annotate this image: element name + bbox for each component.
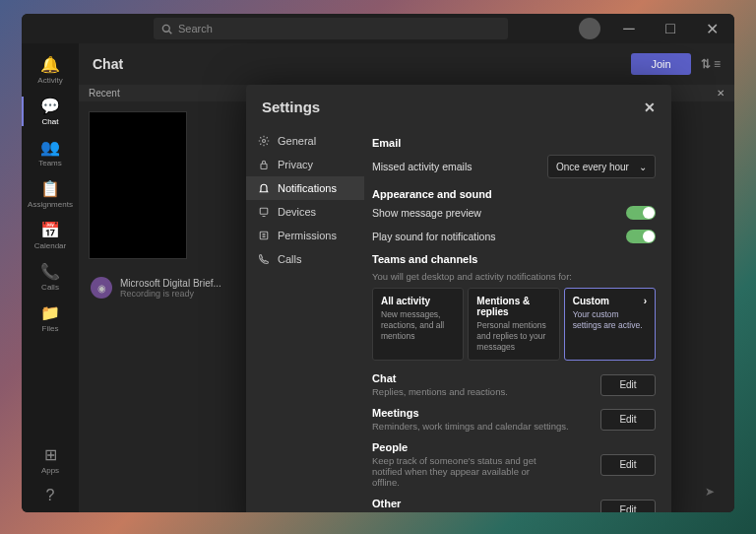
- svg-rect-3: [260, 208, 268, 214]
- search-input[interactable]: Search: [154, 18, 508, 39]
- card-all-activity[interactable]: All activity New messages, reactions, an…: [372, 288, 464, 361]
- meeting-avatar-icon: ◉: [91, 277, 112, 299]
- other-desc: Recommendations, tips, and prompts from …: [372, 511, 578, 512]
- missed-emails-label: Missed activity emails: [372, 161, 472, 172]
- card-custom[interactable]: Custom› Your custom settings are active.: [564, 288, 656, 361]
- rail-assignments[interactable]: 📋Assignments: [22, 173, 79, 215]
- nav-privacy[interactable]: Privacy: [246, 153, 364, 176]
- app-rail: 🔔Activity 💬Chat 👥Teams 📋Assignments 📅Cal…: [22, 43, 79, 512]
- rail-help[interactable]: ?: [22, 481, 79, 512]
- search-icon: [161, 24, 172, 34]
- email-frequency-dropdown[interactable]: Once every hour ⌄: [547, 155, 656, 178]
- meetings-heading: Meetings: [372, 407, 569, 419]
- play-sound-label: Play sound for notifications: [372, 231, 496, 242]
- card-mentions-replies[interactable]: Mentions & replies Personal mentions and…: [468, 288, 559, 361]
- avatar[interactable]: [579, 18, 600, 39]
- chat-heading: Chat: [372, 372, 508, 384]
- settings-modal: Settings ✕ General Privacy Notifications…: [246, 85, 671, 512]
- svg-point-0: [162, 25, 169, 32]
- rail-files[interactable]: 📁Files: [22, 298, 79, 339]
- panel-title: Chat: [93, 56, 123, 72]
- filter-icon[interactable]: ⇅ ≡: [701, 57, 721, 71]
- svg-rect-2: [261, 164, 267, 168]
- play-sound-toggle[interactable]: [626, 230, 656, 243]
- settings-nav: General Privacy Notifications Devices Pe…: [246, 125, 364, 512]
- svg-point-1: [263, 140, 266, 143]
- chat-panel: Chat Join ⇅ ≡ Recent ✕ ◉ Microsoft Digit…: [79, 43, 734, 512]
- close-button[interactable]: ✕: [693, 15, 730, 42]
- rail-activity[interactable]: 🔔Activity: [22, 49, 79, 91]
- rail-chat[interactable]: 💬Chat: [22, 91, 79, 132]
- nav-calls[interactable]: Calls: [246, 247, 364, 271]
- email-heading: Email: [372, 137, 656, 149]
- meeting-title: Microsoft Digital Brief...: [120, 278, 221, 289]
- people-heading: People: [372, 441, 559, 453]
- teams-heading: Teams and channels: [372, 253, 656, 265]
- edit-chat-button[interactable]: Edit: [600, 374, 656, 396]
- nav-notifications[interactable]: Notifications: [246, 176, 364, 200]
- close-recent-icon[interactable]: ✕: [717, 88, 724, 99]
- people-desc: Keep track of someone's status and get n…: [372, 455, 559, 488]
- meetings-desc: Reminders, work timings and calendar set…: [372, 421, 569, 432]
- other-heading: Other: [372, 498, 578, 509]
- rail-teams[interactable]: 👥Teams: [22, 132, 79, 173]
- phone-icon: [258, 253, 270, 265]
- send-icon[interactable]: ➤: [705, 485, 715, 499]
- device-icon: [258, 206, 270, 218]
- nav-permissions[interactable]: Permissions: [246, 224, 364, 247]
- bell-icon: [258, 182, 270, 194]
- meeting-subtitle: Recording is ready: [120, 289, 221, 299]
- chevron-down-icon: ⌄: [639, 162, 647, 172]
- video-preview[interactable]: [89, 111, 187, 259]
- edit-meetings-button[interactable]: Edit: [600, 409, 656, 431]
- teams-sub: You will get desktop and activity notifi…: [372, 271, 656, 282]
- join-button[interactable]: Join: [631, 53, 690, 75]
- settings-title: Settings: [262, 99, 320, 115]
- show-preview-label: Show message preview: [372, 207, 481, 219]
- maximize-button[interactable]: □: [652, 15, 689, 42]
- appearance-heading: Appearance and sound: [372, 188, 656, 200]
- search-placeholder: Search: [178, 23, 213, 34]
- show-preview-toggle[interactable]: [626, 206, 656, 220]
- nav-devices[interactable]: Devices: [246, 200, 364, 224]
- chat-desc: Replies, mentions and reactions.: [372, 386, 508, 397]
- app-window: Search ─ □ ✕ 🔔Activity 💬Chat 👥Teams 📋Ass…: [22, 14, 734, 512]
- titlebar: Search ─ □ ✕: [22, 14, 734, 43]
- minimize-button[interactable]: ─: [610, 15, 648, 42]
- chevron-right-icon: ›: [644, 296, 647, 306]
- modal-close-icon[interactable]: ✕: [644, 100, 656, 115]
- rail-calendar[interactable]: 📅Calendar: [22, 215, 79, 256]
- edit-people-button[interactable]: Edit: [600, 454, 656, 476]
- settings-content: Email Missed activity emails Once every …: [364, 125, 671, 512]
- gear-icon: [258, 135, 270, 147]
- permissions-icon: [258, 230, 270, 241]
- edit-other-button[interactable]: Edit: [600, 500, 656, 512]
- rail-apps[interactable]: ⊞Apps: [22, 439, 79, 481]
- rail-calls[interactable]: 📞Calls: [22, 256, 79, 298]
- nav-general[interactable]: General: [246, 129, 364, 153]
- lock-icon: [258, 159, 270, 170]
